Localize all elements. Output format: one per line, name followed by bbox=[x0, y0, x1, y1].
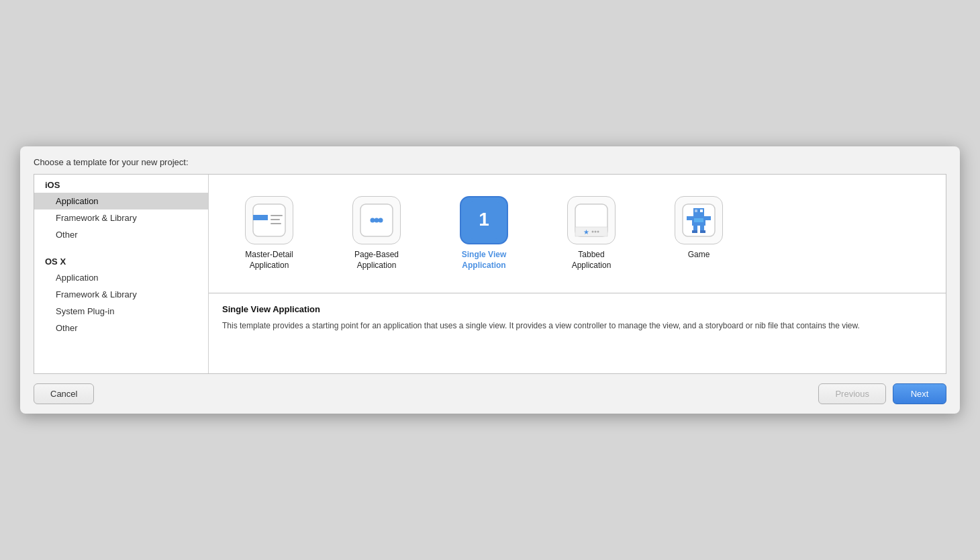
svg-point-6 bbox=[371, 218, 375, 223]
templates-grid: Master-DetailApplication Page-BasedAppl bbox=[209, 175, 946, 292]
sidebar-item-osx-application[interactable]: Application bbox=[34, 269, 208, 286]
sidebar: iOS Application Framework & Library Othe… bbox=[34, 175, 209, 373]
template-icon-master-detail bbox=[245, 196, 293, 244]
template-page-based[interactable]: Page-BasedApplication bbox=[330, 191, 424, 276]
svg-point-8 bbox=[379, 218, 383, 223]
sidebar-item-ios-other[interactable]: Other bbox=[34, 226, 208, 243]
sidebar-item-ios-application[interactable]: Application bbox=[34, 193, 208, 209]
template-master-detail[interactable]: Master-DetailApplication bbox=[222, 191, 316, 276]
description-title: Single View Application bbox=[222, 304, 932, 314]
template-game[interactable]: Game bbox=[652, 191, 746, 276]
sidebar-section-ios: iOS bbox=[34, 175, 208, 193]
svg-point-16 bbox=[597, 231, 599, 233]
footer-right: Previous Next bbox=[818, 383, 946, 404]
sidebar-item-osx-other[interactable]: Other bbox=[34, 320, 208, 336]
template-label-page-based: Page-BasedApplication bbox=[354, 250, 399, 271]
sidebar-item-osx-system-plugin[interactable]: System Plug-in bbox=[34, 303, 208, 320]
svg-rect-3 bbox=[271, 219, 280, 220]
svg-text:1: 1 bbox=[479, 209, 489, 230]
svg-rect-27 bbox=[700, 226, 704, 231]
svg-rect-20 bbox=[700, 209, 703, 212]
svg-rect-4 bbox=[271, 223, 281, 224]
cancel-button[interactable]: Cancel bbox=[34, 383, 94, 404]
next-button[interactable]: Next bbox=[893, 383, 946, 404]
template-icon-page-based bbox=[352, 196, 401, 244]
dialog-header: Choose a template for your new project: bbox=[20, 146, 960, 174]
svg-rect-29 bbox=[700, 230, 705, 233]
svg-rect-24 bbox=[687, 216, 692, 220]
template-label-single-view: Single ViewApplication bbox=[462, 250, 506, 271]
template-label-master-detail: Master-DetailApplication bbox=[245, 250, 293, 271]
sidebar-section-osx: OS X bbox=[34, 251, 208, 269]
template-label-tabbed: TabbedApplication bbox=[572, 250, 611, 271]
previous-button: Previous bbox=[818, 383, 886, 404]
svg-point-7 bbox=[375, 218, 379, 223]
dialog-body: iOS Application Framework & Library Othe… bbox=[34, 174, 946, 373]
template-tabbed[interactable]: ★ TabbedApplication bbox=[544, 191, 638, 276]
template-icon-single-view: 1 bbox=[460, 196, 508, 244]
svg-point-15 bbox=[595, 231, 597, 233]
svg-rect-25 bbox=[705, 216, 711, 220]
template-label-game: Game bbox=[688, 250, 710, 261]
svg-rect-28 bbox=[692, 230, 697, 233]
description-area: Single View Application This template pr… bbox=[209, 293, 946, 373]
svg-rect-2 bbox=[271, 215, 283, 216]
dialog-title: Choose a template for your new project: bbox=[34, 157, 189, 167]
sidebar-item-osx-framework-library[interactable]: Framework & Library bbox=[34, 286, 208, 303]
svg-rect-12 bbox=[575, 227, 607, 236]
svg-rect-21 bbox=[695, 209, 697, 212]
template-icon-tabbed: ★ bbox=[567, 196, 616, 244]
svg-point-14 bbox=[592, 231, 594, 233]
svg-rect-1 bbox=[253, 215, 268, 220]
dialog-footer: Cancel Previous Next bbox=[20, 374, 960, 414]
content-area: Master-DetailApplication Page-BasedAppl bbox=[209, 175, 946, 373]
svg-rect-23 bbox=[694, 218, 703, 222]
svg-text:★: ★ bbox=[583, 228, 589, 236]
description-text: This template provides a starting point … bbox=[222, 320, 932, 332]
template-single-view[interactable]: 1 Single ViewApplication bbox=[437, 191, 531, 276]
template-icon-game bbox=[675, 196, 723, 244]
sidebar-item-ios-framework-library[interactable]: Framework & Library bbox=[34, 209, 208, 226]
dialog: Choose a template for your new project: … bbox=[20, 146, 960, 413]
svg-rect-26 bbox=[693, 226, 697, 231]
